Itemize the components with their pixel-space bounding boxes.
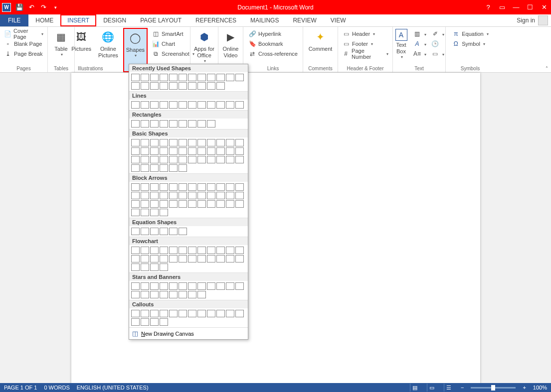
web-layout-icon[interactable]: ☰: [444, 384, 454, 392]
shape-item[interactable]: [131, 82, 140, 90]
shape-item[interactable]: [169, 200, 178, 208]
tab-file[interactable]: FILE: [0, 14, 28, 26]
shape-item[interactable]: [150, 139, 159, 146]
shape-item[interactable]: [141, 74, 149, 81]
read-mode-icon[interactable]: ▤: [410, 384, 420, 392]
shape-item[interactable]: [150, 255, 159, 262]
shape-item[interactable]: [131, 139, 140, 146]
shape-item[interactable]: [179, 147, 187, 155]
shape-item[interactable]: [179, 228, 187, 235]
shape-item[interactable]: [197, 282, 206, 290]
chart-button[interactable]: 📊Chart: [151, 39, 195, 49]
maximize-button[interactable]: ☐: [523, 0, 537, 14]
screenshot-button[interactable]: ⧉Screenshot: [151, 49, 195, 59]
shape-item[interactable]: [160, 310, 168, 317]
shape-item[interactable]: [197, 200, 206, 208]
shape-item[interactable]: [169, 74, 178, 81]
shape-item[interactable]: [179, 310, 187, 317]
shape-item[interactable]: [150, 282, 159, 290]
shape-item[interactable]: [188, 282, 196, 290]
shape-item[interactable]: [141, 101, 149, 109]
shape-item[interactable]: [226, 139, 234, 146]
shape-item[interactable]: [226, 101, 234, 109]
undo-icon[interactable]: ↶: [26, 2, 37, 13]
shape-item[interactable]: [150, 120, 159, 128]
status-language[interactable]: ENGLISH (UNITED STATES): [77, 385, 149, 391]
minimize-button[interactable]: —: [509, 0, 523, 14]
shape-item[interactable]: [216, 192, 225, 199]
shape-item[interactable]: [188, 120, 196, 128]
bookmark-button[interactable]: 🔖Bookmark: [247, 39, 299, 49]
shape-item[interactable]: [160, 101, 168, 109]
shape-item[interactable]: [226, 255, 234, 262]
shape-item[interactable]: [226, 310, 234, 317]
shape-item[interactable]: [197, 147, 206, 155]
shape-item[interactable]: [169, 291, 178, 298]
shape-item[interactable]: [141, 247, 149, 254]
shape-item[interactable]: [169, 120, 178, 128]
shape-item[interactable]: [197, 291, 206, 298]
hyperlink-button[interactable]: 🔗Hyperlink: [247, 29, 299, 39]
shape-item[interactable]: [197, 310, 206, 317]
collapse-ribbon-icon[interactable]: ˄: [546, 66, 548, 71]
shape-item[interactable]: [160, 74, 168, 81]
shape-item[interactable]: [188, 147, 196, 155]
shape-item[interactable]: [150, 310, 159, 317]
shape-item[interactable]: [197, 255, 206, 262]
shape-item[interactable]: [179, 101, 187, 109]
shape-item[interactable]: [160, 291, 168, 298]
shape-item[interactable]: [235, 247, 244, 254]
shape-item[interactable]: [197, 74, 206, 81]
shape-item[interactable]: [141, 82, 149, 90]
shape-item[interactable]: [160, 82, 168, 90]
shape-item[interactable]: [169, 164, 178, 172]
shape-item[interactable]: [169, 101, 178, 109]
shape-item[interactable]: [160, 200, 168, 208]
shape-item[interactable]: [179, 200, 187, 208]
shape-item[interactable]: [160, 282, 168, 290]
shape-item[interactable]: [188, 139, 196, 146]
shape-item[interactable]: [150, 82, 159, 90]
shape-item[interactable]: [216, 247, 225, 254]
shape-item[interactable]: [160, 247, 168, 254]
shape-item[interactable]: [131, 101, 140, 109]
shape-item[interactable]: [226, 192, 234, 199]
shape-item[interactable]: [179, 183, 187, 191]
shape-item[interactable]: [141, 228, 149, 235]
shape-item[interactable]: [207, 156, 215, 163]
shape-item[interactable]: [188, 192, 196, 199]
shape-item[interactable]: [197, 192, 206, 199]
shape-item[interactable]: [150, 183, 159, 191]
status-words[interactable]: 0 WORDS: [44, 385, 69, 391]
sign-in[interactable]: Sign in: [517, 14, 551, 26]
shape-item[interactable]: [235, 147, 244, 155]
header-button[interactable]: ▭Header: [341, 29, 389, 39]
shape-item[interactable]: [169, 82, 178, 90]
shape-item[interactable]: [226, 247, 234, 254]
shape-item[interactable]: [141, 263, 149, 271]
shape-item[interactable]: [150, 200, 159, 208]
shape-item[interactable]: [141, 139, 149, 146]
tab-insert[interactable]: INSERT: [60, 14, 96, 26]
shape-item[interactable]: [141, 156, 149, 163]
shape-item[interactable]: [131, 192, 140, 199]
shape-item[interactable]: [131, 291, 140, 298]
shape-item[interactable]: [169, 156, 178, 163]
shape-item[interactable]: [188, 101, 196, 109]
shape-item[interactable]: [207, 282, 215, 290]
shape-item[interactable]: [188, 255, 196, 262]
save-icon[interactable]: 💾: [14, 2, 25, 13]
shape-item[interactable]: [169, 310, 178, 317]
shape-item[interactable]: [216, 255, 225, 262]
page-number-button[interactable]: #Page Number: [341, 49, 389, 59]
shape-item[interactable]: [226, 282, 234, 290]
shape-item[interactable]: [188, 183, 196, 191]
shape-item[interactable]: [169, 192, 178, 199]
shape-item[interactable]: [216, 200, 225, 208]
shape-item[interactable]: [197, 156, 206, 163]
shape-item[interactable]: [207, 310, 215, 317]
shape-item[interactable]: [131, 200, 140, 208]
zoom-in-button[interactable]: +: [523, 385, 526, 391]
shape-item[interactable]: [216, 147, 225, 155]
shape-item[interactable]: [179, 291, 187, 298]
